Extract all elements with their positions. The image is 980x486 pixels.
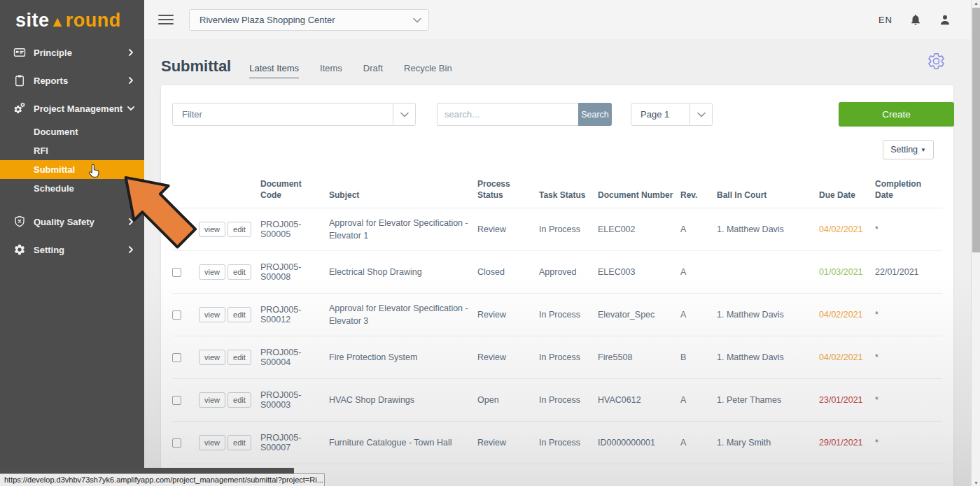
vertical-scrollbar-thumb[interactable] xyxy=(972,8,980,252)
search-input[interactable] xyxy=(437,103,578,126)
edit-button[interactable]: edit xyxy=(227,264,251,280)
cell-subject: Approval for Elevator Specification - El… xyxy=(329,302,477,327)
tab-recycle-bin[interactable]: Recycle Bin xyxy=(404,63,452,78)
cell-subject: Approval for Elevator Specification - El… xyxy=(329,217,477,242)
page-dropdown[interactable]: Page 1 xyxy=(631,103,713,126)
cell-due-date: 01/03/2021 xyxy=(819,267,875,277)
row-checkbox[interactable] xyxy=(172,438,181,448)
vertical-scrollbar[interactable]: ▲ ▼ xyxy=(971,0,980,486)
cell-document-number: ID0000000001 xyxy=(598,438,680,448)
cell-due-date: 04/02/2021 xyxy=(819,224,875,234)
cell-subject: Fire Protection System xyxy=(329,351,477,364)
gears-icon xyxy=(13,101,27,115)
cell-task-status: Approved xyxy=(539,267,598,277)
project-selector-value: Riverview Plaza Shopping Center xyxy=(200,15,413,25)
header-due-date: Due Date xyxy=(819,190,875,201)
scroll-up-arrow-icon[interactable]: ▲ xyxy=(972,1,980,6)
cell-document-number: Fire5508 xyxy=(598,352,680,362)
hamburger-menu-icon[interactable] xyxy=(158,12,174,27)
sidebar-label-submittal: Submittal xyxy=(34,164,75,175)
sidebar-item-principle[interactable]: Principle xyxy=(0,38,144,66)
cell-completion-date: * xyxy=(875,395,939,405)
sidebar-item-setting[interactable]: Setting xyxy=(0,236,144,264)
cell-rev: B xyxy=(680,352,717,362)
filter-dropdown-value: Filter xyxy=(182,109,202,120)
row-checkbox[interactable] xyxy=(172,225,181,234)
edit-button[interactable]: edit xyxy=(227,307,251,322)
id-card-icon xyxy=(13,45,27,59)
cell-document-number: Elevator_Spec xyxy=(598,310,680,320)
chevron-down-icon xyxy=(413,13,421,26)
user-account-icon[interactable] xyxy=(939,13,951,26)
notifications-bell-icon[interactable] xyxy=(909,13,922,26)
search-button[interactable]: Search xyxy=(578,103,612,126)
project-selector[interactable]: Riverview Plaza Shopping Center xyxy=(189,9,429,31)
language-selector[interactable]: EN xyxy=(878,15,892,25)
sidebar-item-document[interactable]: Document xyxy=(0,122,144,141)
chevron-right-icon xyxy=(127,243,134,256)
cell-document-code: PROJ005-S00005 xyxy=(260,220,329,239)
scroll-down-arrow-icon[interactable]: ▼ xyxy=(972,480,980,485)
filter-dropdown[interactable]: Filter xyxy=(172,103,416,126)
page-settings-gear-icon[interactable] xyxy=(927,52,946,73)
main-content: Submittal Latest Items Items Draft Recyc… xyxy=(144,39,971,486)
row-checkbox[interactable] xyxy=(172,310,181,320)
clipboard-icon xyxy=(13,73,27,87)
header-task-status: Task Status xyxy=(539,190,598,201)
view-button[interactable]: view xyxy=(199,392,225,408)
header-rev: Rev. xyxy=(680,190,717,201)
view-button[interactable]: view xyxy=(199,435,225,450)
row-checkbox[interactable] xyxy=(172,268,181,277)
header-process-status: Process Status xyxy=(477,178,539,201)
tab-latest-items[interactable]: Latest Items xyxy=(249,63,299,78)
chevron-right-icon xyxy=(127,74,134,87)
cell-completion-date: * xyxy=(875,438,939,448)
chevron-down-icon xyxy=(127,102,134,115)
cell-process-status: Review xyxy=(477,352,539,362)
sidebar-item-submittal[interactable]: Submittal xyxy=(0,160,144,179)
cell-completion-date: 22/01/2021 xyxy=(875,267,939,277)
edit-button[interactable]: edit xyxy=(227,222,251,237)
horizontal-scrollbar-thumb[interactable] xyxy=(0,468,294,473)
view-button[interactable]: view xyxy=(199,222,225,237)
view-button[interactable]: view xyxy=(199,350,225,365)
cell-document-number: HVAC0612 xyxy=(598,395,680,405)
header-document-code: Document Code xyxy=(260,178,329,201)
tab-items[interactable]: Items xyxy=(320,63,342,78)
edit-button[interactable]: edit xyxy=(227,392,251,408)
sidebar-label-principle: Principle xyxy=(34,48,127,58)
cell-due-date: 23/01/2021 xyxy=(819,395,875,405)
view-button[interactable]: view xyxy=(199,307,225,322)
cell-document-number: ELEC002 xyxy=(598,224,680,234)
cell-process-status: Review xyxy=(477,224,539,234)
sidebar-item-quality-safety[interactable]: Quality Safety xyxy=(0,208,144,236)
sidebar-item-project-management[interactable]: Project Management xyxy=(0,94,144,122)
cell-subject: Electrical Shop Drawing xyxy=(329,266,477,278)
row-checkbox[interactable] xyxy=(172,353,181,362)
chevron-down-icon xyxy=(690,103,712,125)
chevron-down-icon xyxy=(393,103,415,125)
table-row: view edit PROJ005-S00004 Fire Protection… xyxy=(172,336,942,379)
cell-completion-date: * xyxy=(875,310,939,320)
shield-icon xyxy=(13,215,27,229)
cell-ball-in-court: 1. Matthew Davis xyxy=(717,352,819,362)
sidebar-label-rfi: RFI xyxy=(34,145,48,156)
table-body: view edit PROJ005-S00005 Approval for El… xyxy=(172,208,942,464)
cell-process-status: Open xyxy=(477,395,539,405)
edit-button[interactable]: edit xyxy=(227,435,251,450)
sidebar-item-schedule[interactable]: Schedule xyxy=(0,179,144,198)
tab-draft[interactable]: Draft xyxy=(363,63,383,78)
sidebar: site▲round Principle Reports Project Man… xyxy=(0,0,144,486)
cell-task-status: In Process xyxy=(539,352,598,362)
sidebar-item-reports[interactable]: Reports xyxy=(0,66,144,94)
view-button[interactable]: view xyxy=(199,264,225,280)
cell-document-code: PROJ005-S00004 xyxy=(260,348,329,367)
page-dropdown-value: Page 1 xyxy=(640,109,669,120)
create-button[interactable]: Create xyxy=(839,102,954,127)
cell-rev: A xyxy=(680,267,717,277)
edit-button[interactable]: edit xyxy=(227,350,251,365)
row-checkbox[interactable] xyxy=(172,396,181,405)
sidebar-item-rfi[interactable]: RFI xyxy=(0,141,144,160)
submittal-card: Filter Search Page 1 Create Setting▼ Doc… xyxy=(161,85,953,486)
table-setting-button[interactable]: Setting▼ xyxy=(883,140,934,159)
